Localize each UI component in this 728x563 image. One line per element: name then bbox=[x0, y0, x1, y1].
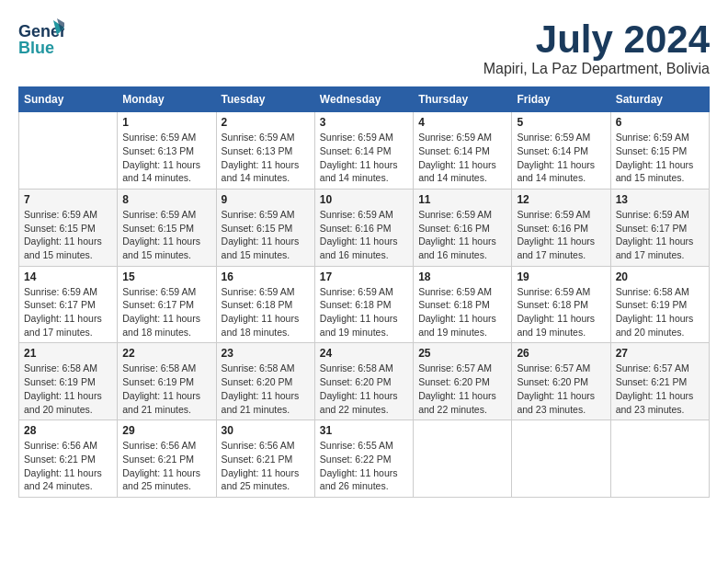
day-number: 2 bbox=[222, 116, 310, 129]
day-number: 14 bbox=[24, 270, 112, 283]
day-info: Sunrise: 6:59 AM Sunset: 6:17 PM Dayligh… bbox=[122, 285, 210, 339]
calendar-cell bbox=[512, 420, 610, 498]
calendar-cell: 27Sunrise: 6:57 AM Sunset: 6:21 PM Dayli… bbox=[610, 343, 709, 420]
day-number: 5 bbox=[517, 116, 605, 129]
day-info: Sunrise: 6:59 AM Sunset: 6:16 PM Dayligh… bbox=[517, 208, 605, 262]
calendar-cell: 3Sunrise: 6:59 AM Sunset: 6:14 PM Daylig… bbox=[314, 112, 413, 190]
day-number: 30 bbox=[222, 424, 310, 437]
day-number: 13 bbox=[616, 193, 704, 206]
logo: General Blue bbox=[18, 18, 64, 60]
weekday-header-sunday: Sunday bbox=[19, 87, 118, 112]
day-info: Sunrise: 6:56 AM Sunset: 6:21 PM Dayligh… bbox=[222, 439, 310, 493]
day-info: Sunrise: 6:59 AM Sunset: 6:18 PM Dayligh… bbox=[517, 285, 605, 339]
day-info: Sunrise: 6:58 AM Sunset: 6:20 PM Dayligh… bbox=[222, 362, 310, 416]
day-info: Sunrise: 6:58 AM Sunset: 6:19 PM Dayligh… bbox=[616, 285, 704, 339]
day-info: Sunrise: 6:59 AM Sunset: 6:13 PM Dayligh… bbox=[122, 131, 210, 185]
day-number: 19 bbox=[517, 270, 605, 283]
day-info: Sunrise: 6:57 AM Sunset: 6:20 PM Dayligh… bbox=[418, 362, 506, 416]
weekday-header-thursday: Thursday bbox=[414, 87, 512, 112]
day-info: Sunrise: 6:59 AM Sunset: 6:16 PM Dayligh… bbox=[320, 208, 408, 262]
calendar-week-row: 21Sunrise: 6:58 AM Sunset: 6:19 PM Dayli… bbox=[19, 343, 710, 420]
calendar-header-row: SundayMondayTuesdayWednesdayThursdayFrid… bbox=[19, 87, 710, 112]
calendar-cell: 30Sunrise: 6:56 AM Sunset: 6:21 PM Dayli… bbox=[216, 420, 314, 498]
calendar-week-row: 28Sunrise: 6:56 AM Sunset: 6:21 PM Dayli… bbox=[19, 420, 710, 498]
day-number: 18 bbox=[418, 270, 506, 283]
day-number: 16 bbox=[222, 270, 310, 283]
day-info: Sunrise: 6:57 AM Sunset: 6:21 PM Dayligh… bbox=[616, 362, 704, 416]
day-number: 17 bbox=[320, 270, 408, 283]
calendar-cell: 4Sunrise: 6:59 AM Sunset: 6:14 PM Daylig… bbox=[414, 112, 512, 190]
day-info: Sunrise: 6:56 AM Sunset: 6:21 PM Dayligh… bbox=[24, 439, 112, 493]
calendar-cell: 22Sunrise: 6:58 AM Sunset: 6:19 PM Dayli… bbox=[118, 343, 216, 420]
svg-text:Blue: Blue bbox=[18, 39, 54, 57]
location-title: Mapiri, La Paz Department, Bolivia bbox=[483, 61, 710, 77]
day-info: Sunrise: 6:59 AM Sunset: 6:14 PM Dayligh… bbox=[418, 131, 506, 185]
day-number: 26 bbox=[517, 347, 605, 360]
day-info: Sunrise: 6:59 AM Sunset: 6:15 PM Dayligh… bbox=[222, 208, 310, 262]
month-title: July 2024 bbox=[483, 18, 710, 61]
day-info: Sunrise: 6:59 AM Sunset: 6:18 PM Dayligh… bbox=[222, 285, 310, 339]
calendar-cell: 15Sunrise: 6:59 AM Sunset: 6:17 PM Dayli… bbox=[118, 266, 216, 343]
day-info: Sunrise: 6:59 AM Sunset: 6:17 PM Dayligh… bbox=[24, 285, 112, 339]
day-info: Sunrise: 6:58 AM Sunset: 6:19 PM Dayligh… bbox=[24, 362, 112, 416]
day-number: 23 bbox=[222, 347, 310, 360]
day-number: 15 bbox=[122, 270, 210, 283]
day-number: 1 bbox=[122, 116, 210, 129]
day-info: Sunrise: 6:59 AM Sunset: 6:18 PM Dayligh… bbox=[418, 285, 506, 339]
calendar-cell: 6Sunrise: 6:59 AM Sunset: 6:15 PM Daylig… bbox=[610, 112, 709, 190]
day-number: 25 bbox=[418, 347, 506, 360]
day-info: Sunrise: 6:59 AM Sunset: 6:15 PM Dayligh… bbox=[616, 131, 704, 185]
calendar-cell bbox=[19, 112, 118, 190]
day-info: Sunrise: 6:55 AM Sunset: 6:22 PM Dayligh… bbox=[320, 439, 408, 493]
calendar-cell: 13Sunrise: 6:59 AM Sunset: 6:17 PM Dayli… bbox=[610, 189, 709, 266]
calendar-cell: 20Sunrise: 6:58 AM Sunset: 6:19 PM Dayli… bbox=[610, 266, 709, 343]
calendar-cell: 26Sunrise: 6:57 AM Sunset: 6:20 PM Dayli… bbox=[512, 343, 610, 420]
day-number: 11 bbox=[418, 193, 506, 206]
calendar-cell: 7Sunrise: 6:59 AM Sunset: 6:15 PM Daylig… bbox=[19, 189, 118, 266]
day-info: Sunrise: 6:59 AM Sunset: 6:18 PM Dayligh… bbox=[320, 285, 408, 339]
calendar-cell: 10Sunrise: 6:59 AM Sunset: 6:16 PM Dayli… bbox=[314, 189, 413, 266]
day-info: Sunrise: 6:56 AM Sunset: 6:21 PM Dayligh… bbox=[122, 439, 210, 493]
calendar-cell: 19Sunrise: 6:59 AM Sunset: 6:18 PM Dayli… bbox=[512, 266, 610, 343]
day-info: Sunrise: 6:59 AM Sunset: 6:16 PM Dayligh… bbox=[418, 208, 506, 262]
calendar-cell: 17Sunrise: 6:59 AM Sunset: 6:18 PM Dayli… bbox=[314, 266, 413, 343]
calendar-cell: 9Sunrise: 6:59 AM Sunset: 6:15 PM Daylig… bbox=[216, 189, 314, 266]
day-number: 9 bbox=[222, 193, 310, 206]
calendar-week-row: 14Sunrise: 6:59 AM Sunset: 6:17 PM Dayli… bbox=[19, 266, 710, 343]
calendar-week-row: 1Sunrise: 6:59 AM Sunset: 6:13 PM Daylig… bbox=[19, 112, 710, 190]
calendar-cell: 24Sunrise: 6:58 AM Sunset: 6:20 PM Dayli… bbox=[314, 343, 413, 420]
day-number: 12 bbox=[517, 193, 605, 206]
day-info: Sunrise: 6:59 AM Sunset: 6:14 PM Dayligh… bbox=[320, 131, 408, 185]
day-info: Sunrise: 6:58 AM Sunset: 6:19 PM Dayligh… bbox=[122, 362, 210, 416]
calendar-cell: 14Sunrise: 6:59 AM Sunset: 6:17 PM Dayli… bbox=[19, 266, 118, 343]
title-area: July 2024 Mapiri, La Paz Department, Bol… bbox=[483, 18, 710, 77]
weekday-header-friday: Friday bbox=[512, 87, 610, 112]
day-number: 4 bbox=[418, 116, 506, 129]
day-number: 7 bbox=[24, 193, 112, 206]
day-number: 21 bbox=[24, 347, 112, 360]
calendar-cell bbox=[414, 420, 512, 498]
calendar-cell: 23Sunrise: 6:58 AM Sunset: 6:20 PM Dayli… bbox=[216, 343, 314, 420]
day-info: Sunrise: 6:57 AM Sunset: 6:20 PM Dayligh… bbox=[517, 362, 605, 416]
weekday-header-monday: Monday bbox=[118, 87, 216, 112]
day-info: Sunrise: 6:59 AM Sunset: 6:17 PM Dayligh… bbox=[616, 208, 704, 262]
day-number: 27 bbox=[616, 347, 704, 360]
calendar-table: SundayMondayTuesdayWednesdayThursdayFrid… bbox=[18, 86, 710, 498]
day-number: 20 bbox=[616, 270, 704, 283]
day-number: 28 bbox=[24, 424, 112, 437]
day-info: Sunrise: 6:58 AM Sunset: 6:20 PM Dayligh… bbox=[320, 362, 408, 416]
calendar-week-row: 7Sunrise: 6:59 AM Sunset: 6:15 PM Daylig… bbox=[19, 189, 710, 266]
day-number: 3 bbox=[320, 116, 408, 129]
day-info: Sunrise: 6:59 AM Sunset: 6:15 PM Dayligh… bbox=[24, 208, 112, 262]
calendar-cell: 18Sunrise: 6:59 AM Sunset: 6:18 PM Dayli… bbox=[414, 266, 512, 343]
weekday-header-tuesday: Tuesday bbox=[216, 87, 314, 112]
calendar-cell: 28Sunrise: 6:56 AM Sunset: 6:21 PM Dayli… bbox=[19, 420, 118, 498]
calendar-cell: 31Sunrise: 6:55 AM Sunset: 6:22 PM Dayli… bbox=[314, 420, 413, 498]
day-number: 24 bbox=[320, 347, 408, 360]
day-info: Sunrise: 6:59 AM Sunset: 6:13 PM Dayligh… bbox=[222, 131, 310, 185]
weekday-header-saturday: Saturday bbox=[610, 87, 709, 112]
calendar-cell: 5Sunrise: 6:59 AM Sunset: 6:14 PM Daylig… bbox=[512, 112, 610, 190]
calendar-cell: 8Sunrise: 6:59 AM Sunset: 6:15 PM Daylig… bbox=[118, 189, 216, 266]
calendar-cell: 11Sunrise: 6:59 AM Sunset: 6:16 PM Dayli… bbox=[414, 189, 512, 266]
calendar-cell: 1Sunrise: 6:59 AM Sunset: 6:13 PM Daylig… bbox=[118, 112, 216, 190]
